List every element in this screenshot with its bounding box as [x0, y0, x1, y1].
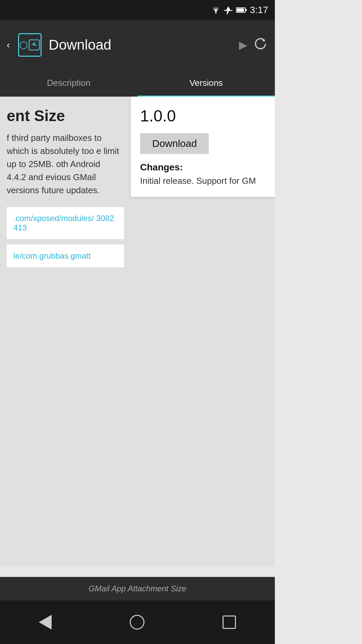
- battery-icon: [236, 7, 247, 13]
- back-icon[interactable]: ‹: [7, 40, 10, 50]
- tabs-bar: Description Versions: [0, 70, 275, 97]
- version-card: 1.0.0 Download Changes: Initial release.…: [131, 97, 275, 197]
- app-bar-title: Download: [49, 37, 240, 53]
- tab-versions-label: Versions: [189, 78, 223, 88]
- bottom-nav: [0, 600, 275, 644]
- description-body: f third party mailboxes to which is abso…: [7, 131, 121, 197]
- version-number: 1.0.0: [140, 107, 265, 125]
- nav-recents-button[interactable]: [213, 612, 246, 632]
- download-button[interactable]: Download: [140, 133, 209, 154]
- description-body-text: f third party mailboxes to which is abso…: [7, 133, 119, 195]
- svg-rect-3: [237, 8, 244, 12]
- link-card-1[interactable]: .com/xposed/modules/ 3082413: [7, 207, 124, 239]
- airplane-icon: [224, 6, 233, 14]
- tab-versions[interactable]: Versions: [137, 70, 275, 97]
- footer-bar: GMail App Attachment Size: [0, 577, 275, 600]
- status-bar: 3:17: [0, 0, 275, 20]
- nav-back-button[interactable]: [29, 611, 62, 633]
- status-time: 3:17: [250, 5, 268, 15]
- nav-home-button[interactable]: [120, 611, 155, 633]
- dropdown-triangle-icon: ▶: [239, 39, 247, 51]
- link-card-2[interactable]: le/com.grubbas.gmatt: [7, 245, 124, 267]
- refresh-icon: [253, 37, 268, 52]
- tab-description-label: Description: [47, 78, 90, 88]
- home-circle-icon: [130, 615, 144, 630]
- back-triangle-icon: [39, 615, 52, 630]
- status-icons: 3:17: [211, 5, 268, 15]
- changes-label: Changes:: [140, 162, 265, 173]
- app-bar: ‹ Download ▶: [0, 20, 275, 70]
- footer-text: GMail App Attachment Size: [88, 584, 186, 593]
- changes-text: Initial release. Support for GM: [140, 175, 265, 187]
- link-text-1: .com/xposed/modules/ 3082413: [13, 214, 114, 232]
- refresh-button[interactable]: [253, 37, 268, 53]
- logo-puzzle-icon: [18, 33, 42, 57]
- section-title: ent Size: [7, 107, 121, 125]
- app-logo: [16, 32, 43, 58]
- recents-square-icon: [223, 615, 236, 629]
- link-text-2: le/com.grubbas.gmatt: [13, 251, 91, 260]
- description-panel: ent Size f third party mailboxes to whic…: [0, 97, 127, 283]
- wifi-icon: [211, 6, 221, 14]
- svg-rect-2: [245, 9, 247, 11]
- svg-point-0: [215, 12, 217, 14]
- content-area: ent Size f third party mailboxes to whic…: [0, 97, 275, 566]
- tab-description[interactable]: Description: [0, 70, 137, 97]
